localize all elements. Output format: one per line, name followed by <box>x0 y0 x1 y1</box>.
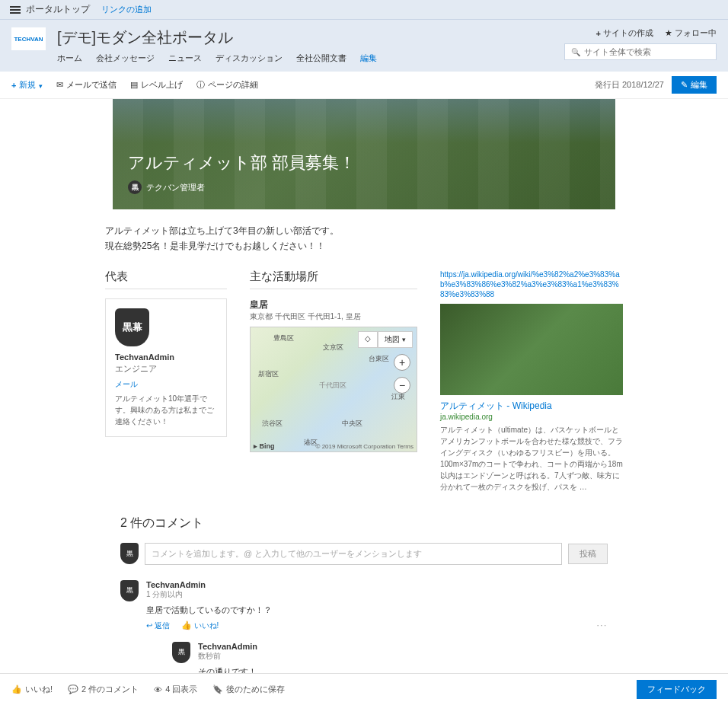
profile-card[interactable]: 黒幕 TechvanAdmin エンジニア メール アルティメット10年選手です… <box>105 298 227 437</box>
chat-icon <box>68 684 78 690</box>
search-icon <box>571 46 580 57</box>
wiki-thumbnail[interactable] <box>440 304 623 395</box>
representative-heading: 代表 <box>105 270 227 289</box>
map-provider-label: ▸ Bing <box>254 442 275 450</box>
mail-icon <box>56 80 63 90</box>
comment-time: 1 分前以内 <box>146 589 608 600</box>
location-address: 東京都 千代田区 千代田1-1, 皇居 <box>250 311 417 322</box>
map-locate-button[interactable]: ◇ <box>358 331 378 348</box>
reply-button[interactable]: 返信 <box>146 620 170 631</box>
page-title: アルティメット部 部員募集！ <box>128 152 356 174</box>
page-author[interactable]: 黒 テクバン管理者 <box>128 180 356 194</box>
comment-author[interactable]: TechvanAdmin <box>198 642 608 651</box>
thumb-icon <box>11 684 22 690</box>
hero-banner: アルティメット部 部員募集！ 黒 テクバン管理者 <box>113 99 615 209</box>
suite-topbar: ポータルトップ リンクの追加 <box>0 0 728 20</box>
chevron-down-icon <box>402 335 406 343</box>
site-title[interactable]: [デモ]モダン全社ポータル <box>57 27 553 48</box>
add-link[interactable]: リンクの追加 <box>101 4 152 15</box>
profile-avatar: 黒幕 <box>115 308 149 346</box>
plus-icon <box>596 29 601 38</box>
footer-like-button[interactable]: いいね! <box>11 684 53 690</box>
comment-avatar: 黒 <box>120 580 139 601</box>
page-content: アルティメット部 部員募集！ 黒 テクバン管理者 アルティメット部は立ち上げて3… <box>2 99 726 690</box>
comment-more-button[interactable]: ··· <box>597 621 608 630</box>
page-details-button[interactable]: ページの詳細 <box>196 79 258 91</box>
footer-comments-button[interactable]: 2 件のコメント <box>68 684 139 690</box>
comment-text: 皇居で活動しているのですか！？ <box>146 605 608 616</box>
promote-icon <box>130 80 138 90</box>
author-avatar: 黒 <box>128 180 142 194</box>
profile-role: エンジニア <box>115 363 217 375</box>
comment-avatar: 黒 <box>172 642 190 663</box>
map-zoom-out[interactable]: − <box>394 377 410 394</box>
nav-docs[interactable]: 全社公開文書 <box>296 53 346 64</box>
map-widget[interactable]: 豊島区 文京区 新宿区 千代田区 渋谷区 中央区 台東区 江東 港区 ◇ 地図 … <box>250 327 417 452</box>
star-icon <box>665 28 672 38</box>
eye-icon <box>154 685 162 691</box>
chevron-down-icon <box>39 81 43 90</box>
feedback-button[interactable]: フィードバック <box>637 680 717 690</box>
menu-icon <box>10 9 21 11</box>
thumb-icon <box>181 620 192 630</box>
site-logo[interactable]: TECHVAN <box>11 27 46 50</box>
suite-header: TECHVAN [デモ]モダン全社ポータル ホーム 会社メッセージ ニュース デ… <box>0 20 728 72</box>
comment-time: 数秒前 <box>198 651 608 662</box>
like-button[interactable]: いいね! <box>181 620 219 631</box>
wiki-description: アルティメット（ultimate）は、バスケットボールとアメリカンフットボールを… <box>440 424 623 493</box>
profile-mail-link[interactable]: メール <box>115 380 138 388</box>
search-input[interactable] <box>584 47 710 56</box>
comment-author[interactable]: TechvanAdmin <box>146 580 608 589</box>
create-site-link[interactable]: サイトの作成 <box>596 27 653 39</box>
comment-input[interactable]: コメントを追加します。@ と入力して他のユーザーをメンションします <box>145 543 562 565</box>
profile-description: アルティメット10年選手です。興味のある方は私までご連絡ください！ <box>115 393 217 427</box>
profile-name: TechvanAdmin <box>115 352 217 362</box>
send-mail-button[interactable]: メールで送信 <box>56 79 117 91</box>
follow-toggle[interactable]: フォロー中 <box>665 27 717 39</box>
map-zoom-in[interactable]: + <box>394 354 410 371</box>
post-comment-button[interactable]: 投稿 <box>568 544 608 564</box>
activity-heading: 主な活動場所 <box>250 270 417 289</box>
location-title: 皇居 <box>250 298 417 311</box>
level-up-button[interactable]: レベル上げ <box>130 79 183 91</box>
site-search[interactable] <box>564 43 717 60</box>
reply-icon <box>146 621 152 630</box>
wiki-url[interactable]: https://ja.wikipedia.org/wiki/%e3%82%a2%… <box>440 270 623 299</box>
plus-icon <box>11 81 16 90</box>
info-icon <box>196 79 205 91</box>
nav-message[interactable]: 会社メッセージ <box>96 53 155 64</box>
pencil-icon <box>681 80 688 90</box>
page-footer-bar: いいね! 2 件のコメント 4 回表示 後のために保存 フィードバック <box>0 673 728 690</box>
wiki-title-link[interactable]: アルティメット - Wikipedia <box>440 400 552 411</box>
article-body: アルティメット部は立ち上げて3年目の新しい部活です。 現在総勢25名！是非見学だ… <box>2 209 726 262</box>
nav-edit[interactable]: 編集 <box>360 53 377 64</box>
comments-section: 2 件のコメント 黒 コメントを追加します。@ と入力して他のユーザーをメンショ… <box>2 500 726 690</box>
map-type-button[interactable]: 地図 <box>378 331 413 348</box>
map-attribution[interactable]: © 2019 Microsoft Corporation Terms <box>316 443 413 450</box>
publish-date: 発行日 2018/12/27 <box>595 79 664 91</box>
footer-save-button[interactable]: 後のために保存 <box>212 684 285 690</box>
portal-top-link[interactable]: ポータルトップ <box>8 3 90 16</box>
nav-home[interactable]: ホーム <box>57 53 82 64</box>
nav-news[interactable]: ニュース <box>168 53 202 64</box>
footer-views: 4 回表示 <box>154 684 197 690</box>
new-button[interactable]: 新規 <box>11 79 43 91</box>
nav-discussion[interactable]: ディスカッション <box>216 53 283 64</box>
current-user-avatar: 黒 <box>120 543 139 564</box>
command-bar: 新規 メールで送信 レベル上げ ページの詳細 発行日 2018/12/27 編集 <box>0 72 728 99</box>
bookmark-icon <box>212 684 223 690</box>
comments-heading: 2 件のコメント <box>120 515 608 531</box>
site-nav: ホーム 会社メッセージ ニュース ディスカッション 全社公開文書 編集 <box>57 53 553 64</box>
wiki-domain: ja.wikipedia.org <box>440 413 623 421</box>
edit-button[interactable]: 編集 <box>672 76 717 94</box>
